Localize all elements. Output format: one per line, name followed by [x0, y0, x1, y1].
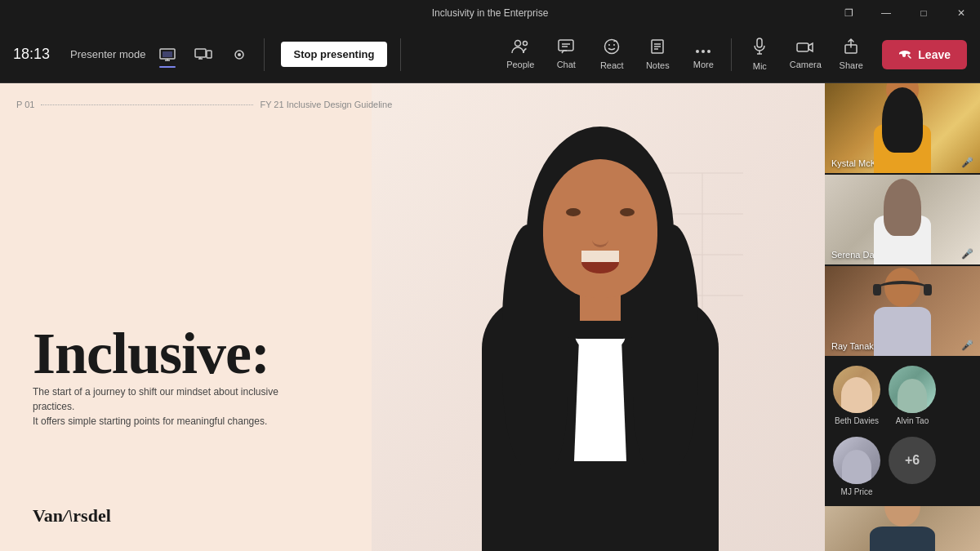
- slide-main-title: Inclusive:: [33, 320, 270, 388]
- serena-hair: [884, 179, 921, 236]
- main-content: P 01 FY 21 Inclusive Design Guideline In…: [0, 83, 980, 551]
- svg-rect-3: [207, 51, 212, 58]
- ray-headset-right: [924, 284, 932, 295]
- participant-tile-serena: Serena Davis 🎤: [825, 175, 980, 264]
- share-label: Share: [840, 60, 863, 70]
- beth-name: Beth Davies: [835, 416, 879, 425]
- more-icon: [695, 39, 711, 58]
- toolbar-divider-3: [731, 38, 732, 71]
- mic-label: Mic: [753, 61, 767, 71]
- react-icon: [604, 38, 620, 59]
- react-label: React: [600, 60, 624, 70]
- presenter-view-icon-btn[interactable]: [225, 40, 254, 69]
- avatar-row-1: Beth Davies Alvin Tao: [825, 358, 980, 430]
- stop-presenting-button[interactable]: Stop presenting: [281, 42, 388, 67]
- svg-point-5: [238, 53, 241, 56]
- phone-icon: [898, 50, 911, 60]
- toolbar-right: People Chat Reac: [499, 33, 967, 76]
- share-button[interactable]: Share: [830, 33, 872, 76]
- mic-button[interactable]: Mic: [738, 33, 781, 76]
- svg-point-7: [523, 42, 528, 46]
- svg-point-11: [613, 44, 615, 46]
- person-eye-left: [566, 208, 581, 216]
- slide-area: P 01 FY 21 Inclusive Design Guideline In…: [0, 83, 825, 551]
- camera-icon: [796, 39, 814, 58]
- participant-tile-ray: Ray Tanaka 🎤: [825, 266, 980, 356]
- toolbar: 18:13 Presenter mode Stop presenting: [0, 26, 980, 83]
- ray-headset: [876, 281, 929, 297]
- maximize-button[interactable]: □: [905, 0, 942, 26]
- people-button[interactable]: People: [499, 33, 541, 76]
- notes-button[interactable]: Notes: [636, 33, 679, 76]
- more-placeholder: -: [911, 487, 913, 496]
- bottom-person: [870, 506, 935, 551]
- mj-name: MJ Price: [841, 487, 873, 496]
- slide-person-container: [425, 110, 776, 551]
- share-icon: [843, 38, 859, 59]
- presenter-extend-icon-btn[interactable]: [189, 40, 218, 69]
- chat-button[interactable]: Chat: [545, 33, 587, 76]
- slide-body-line2: It offers simple starting points for mea…: [33, 415, 267, 427]
- mic-icon: [753, 38, 766, 60]
- person-mouth: [581, 251, 619, 273]
- restore-button[interactable]: ❐: [830, 0, 867, 26]
- person-eye-right: [620, 208, 635, 216]
- slide-page-indicator: P 01 FY 21 Inclusive Design Guideline: [16, 100, 392, 109]
- bottom-video-bg: [825, 506, 980, 551]
- ray-name: Ray Tanaka: [831, 341, 879, 351]
- camera-button[interactable]: Camera: [784, 33, 826, 76]
- mj-avatar-circle: [833, 437, 880, 484]
- bottom-video-tile: [825, 506, 980, 551]
- toolbar-divider-2: [400, 38, 401, 71]
- beth-avatar-body: [841, 377, 872, 413]
- alvin-avatar-circle: [889, 366, 936, 413]
- slide-subtitle-right: FY 21 Inclusive Design Guideline: [260, 100, 392, 109]
- window-controls: ❐ — □ ✕: [830, 0, 980, 26]
- minimize-button[interactable]: —: [867, 0, 905, 26]
- more-container: +6 -: [889, 437, 936, 496]
- mj-container: MJ Price: [833, 437, 880, 496]
- slide-dots: [41, 104, 253, 105]
- person-nose: [592, 233, 608, 247]
- react-button[interactable]: React: [590, 33, 633, 76]
- participant-tile-kystal: Kystal McKinney 🎤: [825, 83, 980, 173]
- svg-rect-16: [757, 38, 762, 47]
- person-face: [543, 159, 657, 298]
- slide-body-line1: The start of a journey to shift our mind…: [33, 386, 278, 412]
- page-number: P 01: [16, 100, 34, 109]
- presenter-screen-icon-btn[interactable]: [153, 40, 182, 69]
- bottom-body: [870, 527, 935, 551]
- people-label: People: [506, 60, 534, 69]
- bottom-head: [884, 506, 920, 527]
- sidebar: Kystal McKinney 🎤 Serena Davis 🎤: [825, 83, 980, 551]
- beth-avatar-circle: [833, 366, 880, 413]
- window-title: Inclusivity in the Enterprise: [432, 7, 549, 19]
- kystal-mic-icon: 🎤: [961, 157, 973, 168]
- more-avatar-circle: +6: [889, 437, 936, 484]
- more-label: More: [693, 60, 714, 69]
- leave-button[interactable]: Leave: [882, 40, 967, 69]
- toolbar-divider: [264, 38, 265, 71]
- close-button[interactable]: ✕: [942, 0, 980, 26]
- avatar-row-2: MJ Price +6 -: [825, 432, 980, 504]
- alvin-avatar-body: [898, 379, 927, 413]
- more-button[interactable]: More: [682, 33, 724, 76]
- beth-container: Beth Davies: [833, 366, 880, 425]
- time-display: 18:13: [13, 46, 54, 63]
- slide-body-text: The start of a journey to shift our mind…: [33, 384, 318, 429]
- people-icon: [511, 39, 529, 58]
- alvin-name: Alvin Tao: [896, 416, 929, 425]
- notes-label: Notes: [646, 60, 670, 70]
- presenter-controls: Presenter mode Stop presenting: [70, 38, 387, 71]
- notes-icon: [650, 38, 665, 59]
- ray-mic-icon: 🎤: [961, 340, 973, 351]
- camera-label: Camera: [790, 60, 822, 69]
- title-bar: Inclusivity in the Enterprise ❐ — □ ✕: [0, 0, 980, 26]
- presenter-mode-label: Presenter mode: [70, 48, 146, 60]
- serena-mic-icon: 🎤: [961, 248, 973, 260]
- svg-rect-2: [195, 49, 206, 57]
- chat-icon: [558, 39, 574, 58]
- more-count: +6: [905, 453, 920, 468]
- person-teeth: [581, 251, 619, 262]
- alvin-container: Alvin Tao: [889, 366, 936, 425]
